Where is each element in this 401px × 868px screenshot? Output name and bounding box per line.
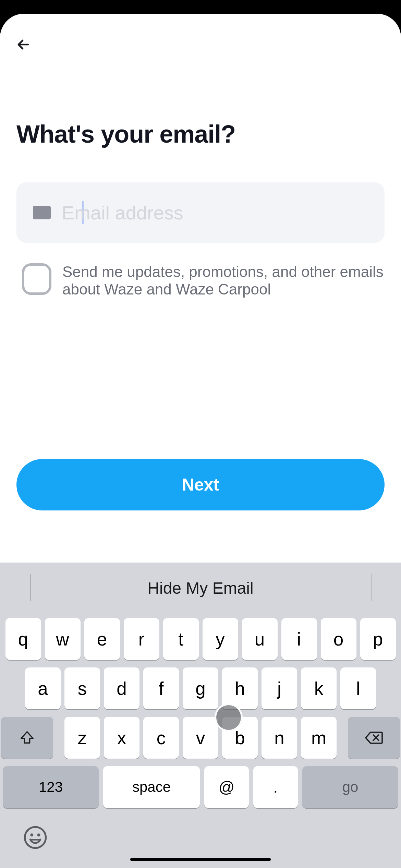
shift-icon: [19, 730, 35, 746]
key-m[interactable]: m: [301, 717, 337, 759]
key-w[interactable]: w: [45, 618, 81, 660]
email-field[interactable]: [62, 202, 368, 224]
key-t[interactable]: t: [163, 618, 199, 660]
key-u[interactable]: u: [242, 618, 278, 660]
email-icon: [33, 206, 51, 219]
key-e[interactable]: e: [84, 618, 120, 660]
key-n[interactable]: n: [262, 717, 297, 759]
go-key[interactable]: go: [302, 766, 398, 808]
key-q[interactable]: q: [5, 618, 41, 660]
keyboard: Hide My Email qwertyuiop asdfghjkl zxcvb…: [0, 563, 401, 868]
key-row-4: 123 space @ . go: [3, 766, 398, 808]
key-l[interactable]: l: [340, 667, 376, 709]
email-input-container[interactable]: [16, 182, 385, 243]
key-g[interactable]: g: [183, 667, 218, 709]
key-a[interactable]: a: [25, 667, 61, 709]
key-v[interactable]: v: [183, 717, 218, 759]
key-k[interactable]: k: [301, 667, 337, 709]
at-key[interactable]: @: [204, 766, 249, 808]
keyboard-suggestion-bar[interactable]: Hide My Email: [0, 563, 401, 613]
key-z[interactable]: z: [64, 717, 100, 759]
key-o[interactable]: o: [321, 618, 356, 660]
key-j[interactable]: j: [262, 667, 297, 709]
back-button[interactable]: [13, 34, 34, 55]
key-y[interactable]: y: [203, 618, 238, 660]
dot-key[interactable]: .: [253, 766, 298, 808]
marketing-optin-label: Send me updates, promotions, and other e…: [62, 263, 385, 298]
key-f[interactable]: f: [143, 667, 179, 709]
key-x[interactable]: x: [104, 717, 139, 759]
svg-point-0: [25, 827, 46, 848]
keyboard-suggestion[interactable]: Hide My Email: [147, 579, 253, 598]
svg-point-1: [30, 833, 33, 836]
touch-indicator: [215, 703, 243, 732]
next-button-label: Next: [182, 475, 219, 495]
key-p[interactable]: p: [360, 618, 396, 660]
shift-key[interactable]: [1, 717, 53, 759]
key-row-3: zxcvbnm: [3, 717, 398, 759]
svg-point-2: [37, 833, 40, 836]
space-key[interactable]: space: [103, 766, 200, 808]
key-i[interactable]: i: [281, 618, 317, 660]
backspace-icon: [364, 731, 384, 745]
key-c[interactable]: c: [143, 717, 179, 759]
key-s[interactable]: s: [64, 667, 100, 709]
numbers-key[interactable]: 123: [3, 766, 99, 808]
home-indicator[interactable]: [130, 858, 271, 861]
back-arrow-icon: [15, 36, 32, 53]
emoji-button[interactable]: [23, 825, 47, 851]
next-button[interactable]: Next: [16, 459, 385, 510]
marketing-optin-checkbox[interactable]: [22, 263, 51, 295]
key-row-2: asdfghjkl: [3, 667, 398, 709]
emoji-icon: [23, 825, 47, 849]
key-r[interactable]: r: [124, 618, 159, 660]
key-h[interactable]: h: [222, 667, 258, 709]
backspace-key[interactable]: [348, 717, 400, 759]
key-row-1: qwertyuiop: [3, 618, 398, 660]
key-d[interactable]: d: [104, 667, 139, 709]
page-title: What's your email?: [16, 120, 385, 148]
